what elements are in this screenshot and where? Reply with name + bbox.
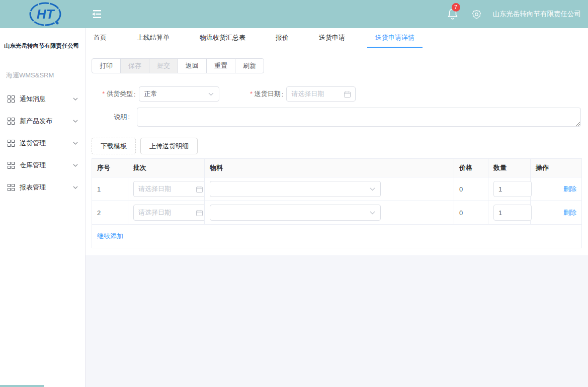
sidebar-item-new-product[interactable]: 新产品发布: [0, 110, 85, 132]
refresh-button[interactable]: 刷新: [235, 58, 264, 73]
col-index: 序号: [92, 159, 128, 177]
sidebar-item-label: 新产品发布: [20, 117, 73, 126]
batch-date-picker[interactable]: 请选择日期: [133, 205, 208, 221]
col-quantity: 数量: [488, 159, 531, 177]
select-arrow-icon: [370, 187, 375, 191]
sidebar-item-delivery-mgmt[interactable]: 送货管理: [0, 132, 85, 154]
quantity-input[interactable]: [493, 205, 532, 221]
sidebar-item-label: 通知消息: [20, 94, 73, 104]
col-material: 物料: [205, 159, 454, 177]
label-colon: :: [134, 90, 136, 98]
delivery-date-picker[interactable]: 请选择日期: [286, 86, 356, 102]
notification-bell-icon[interactable]: 7: [447, 8, 459, 21]
tab-delivery-request-detail[interactable]: 送货申请详情: [367, 28, 423, 48]
delivery-date-placeholder: 请选择日期: [291, 89, 324, 99]
remark-textarea[interactable]: [137, 108, 581, 127]
tab-quotation[interactable]: 报价: [268, 28, 297, 48]
row-price: 0: [454, 177, 488, 201]
table-row: 2 请选择日期 0: [92, 201, 582, 225]
page-content: 打印 保存 提交 返回 重置 刷新 供货类型 : 正常 送货日期 : 请选择日期: [86, 48, 588, 255]
upload-actions-row: 下载模板 上传送货明细: [92, 138, 582, 154]
tab-logistics-receipt-summary[interactable]: 物流收货汇总表: [192, 28, 254, 48]
save-button[interactable]: 保存: [120, 58, 149, 73]
supply-type-value: 正常: [144, 89, 157, 99]
settings-gear-icon[interactable]: [471, 9, 482, 20]
select-arrow-icon: [208, 92, 214, 96]
col-batch: 批次: [128, 159, 205, 177]
main-area: 首页 上线结算单 物流收货汇总表 报价 送货申请 送货申请详情 打印 保存 提交…: [86, 28, 588, 387]
material-select[interactable]: [210, 205, 381, 221]
sidebar-item-label: 仓库管理: [20, 161, 73, 170]
supply-type-label: 供货类型: [92, 89, 133, 99]
grid-icon: [8, 140, 15, 147]
tab-home[interactable]: 首页: [86, 28, 115, 48]
chevron-down-icon: [73, 186, 78, 189]
tab-delivery-request[interactable]: 送货申请: [311, 28, 353, 48]
company-logo: HT: [29, 1, 62, 29]
batch-date-placeholder: 请选择日期: [138, 184, 171, 194]
material-select[interactable]: [210, 181, 381, 197]
batch-date-placeholder: 请选择日期: [138, 208, 171, 217]
quantity-input[interactable]: [493, 181, 532, 197]
print-button[interactable]: 打印: [92, 58, 121, 73]
sidebar-company-title: 山东光岳转向节有限责任公司: [0, 28, 85, 50]
form-row-remark: 说明:: [92, 108, 582, 127]
sidebar-item-notifications[interactable]: 通知消息: [0, 88, 85, 110]
chevron-down-icon: [73, 120, 78, 123]
grid-icon: [8, 95, 15, 103]
sidebar-item-label: 报表管理: [20, 183, 73, 192]
supply-type-select[interactable]: 正常: [139, 86, 219, 102]
download-template-button[interactable]: 下载模板: [92, 138, 136, 154]
sidebar: 山东光岳转向节有限责任公司 海運WMS&SRM 通知消息 新产品发布 送货管理 …: [0, 28, 86, 387]
chevron-down-icon: [73, 98, 78, 101]
submit-button[interactable]: 提交: [149, 58, 178, 73]
svg-text:HT: HT: [37, 7, 55, 22]
grid-icon: [8, 162, 15, 169]
label-colon: :: [282, 90, 284, 98]
delivery-date-label: 送货日期: [224, 89, 281, 99]
grid-icon: [8, 118, 15, 125]
row-index: 2: [92, 201, 128, 225]
bottom-scrollbar-sliver: [0, 385, 44, 387]
remark-label: 说明:: [92, 113, 133, 122]
delete-row-link[interactable]: 删除: [563, 185, 576, 192]
col-price: 价格: [454, 159, 488, 177]
grid-icon: [8, 184, 15, 191]
upload-delivery-detail-button[interactable]: 上传送货明细: [140, 138, 198, 154]
sidebar-item-report-mgmt[interactable]: 报表管理: [0, 176, 85, 199]
sidebar-item-warehouse-mgmt[interactable]: 仓库管理: [0, 154, 85, 176]
table-header-row: 序号 批次 物料 价格 数量 操作: [92, 159, 582, 177]
header-company-name: 山东光岳转向节有限责任公司: [493, 10, 581, 19]
row-index: 1: [92, 177, 128, 201]
content-background-filler: [86, 255, 588, 387]
back-button[interactable]: 返回: [178, 58, 207, 73]
batch-date-picker[interactable]: 请选择日期: [133, 181, 208, 197]
row-price: 0: [454, 201, 488, 225]
reset-button[interactable]: 重置: [206, 58, 235, 73]
chevron-down-icon: [73, 164, 78, 167]
calendar-icon: [196, 210, 203, 216]
sidebar-menu: 通知消息 新产品发布 送货管理 仓库管理 报表管理: [0, 88, 85, 199]
table-footer-row: 继续添加: [92, 225, 582, 248]
select-arrow-icon: [370, 211, 375, 215]
delete-row-link[interactable]: 删除: [563, 209, 576, 216]
form-row-main: 供货类型 : 正常 送货日期 : 请选择日期: [92, 86, 582, 102]
add-more-link[interactable]: 继续添加: [97, 232, 123, 240]
table-row: 1 请选择日期 0: [92, 177, 582, 201]
calendar-icon: [344, 91, 351, 98]
calendar-icon: [196, 186, 203, 192]
sidebar-system-label: 海運WMS&SRM: [6, 71, 85, 80]
delivery-detail-table: 序号 批次 物料 价格 数量 操作 1 请选择日期: [92, 158, 582, 248]
tab-bar: 首页 上线结算单 物流收货汇总表 报价 送货申请 送货申请详情: [86, 28, 588, 48]
menu-fold-icon[interactable]: [91, 10, 102, 20]
col-operation: 操作: [531, 159, 582, 177]
sidebar-item-label: 送货管理: [20, 139, 73, 148]
tab-online-settlement[interactable]: 上线结算单: [129, 28, 178, 48]
top-header-bar: HT 7 山东光岳转向节有限责任公司: [0, 0, 588, 28]
notification-badge: 7: [452, 3, 460, 12]
chevron-down-icon: [73, 142, 78, 145]
toolbar-button-group: 打印 保存 提交 返回 重置 刷新: [92, 58, 264, 73]
